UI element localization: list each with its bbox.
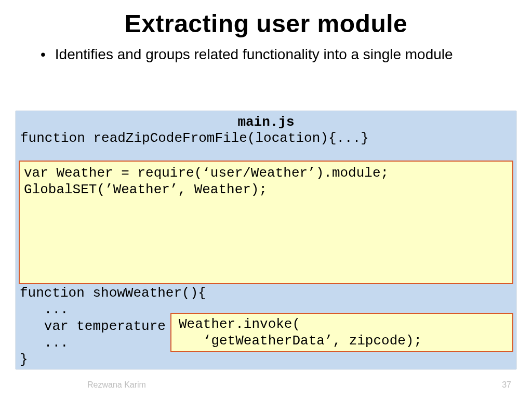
bullet-list: • Identifies and groups related function… [0, 38, 532, 64]
code-line: var Weather = require(‘user/Weather’).mo… [24, 165, 508, 181]
slide-title: Extracting user module [0, 0, 532, 38]
file-label: main.js [16, 111, 516, 130]
bullet-item: • Identifies and groups related function… [41, 45, 507, 64]
code-line: } [20, 351, 512, 368]
bullet-icon: • [41, 45, 46, 64]
highlight-box-bottom: Weather.invoke( ‘getWeatherData’, zipcod… [170, 313, 513, 352]
slide: Extracting user module • Identifies and … [0, 0, 532, 399]
footer-author: Rezwana Karim [87, 380, 146, 390]
bullet-text: Identifies and groups related functional… [55, 45, 453, 64]
footer: Rezwana Karim 37 [0, 380, 532, 390]
code-line: ‘getWeatherData’, zipcode); [179, 332, 505, 349]
code-line: function showWeather(){ [20, 285, 512, 301]
code-top-block: function readZipCodeFromFile(location){.… [16, 130, 516, 147]
code-line: GlobalSET(’Weather’, Weather); [24, 181, 508, 198]
code-line: Weather.invoke( [179, 316, 505, 332]
code-line: function readZipCodeFromFile(location){.… [20, 130, 512, 147]
footer-page-number: 37 [502, 380, 511, 390]
highlight-box-top: var Weather = require(‘user/Weather’).mo… [19, 161, 513, 284]
